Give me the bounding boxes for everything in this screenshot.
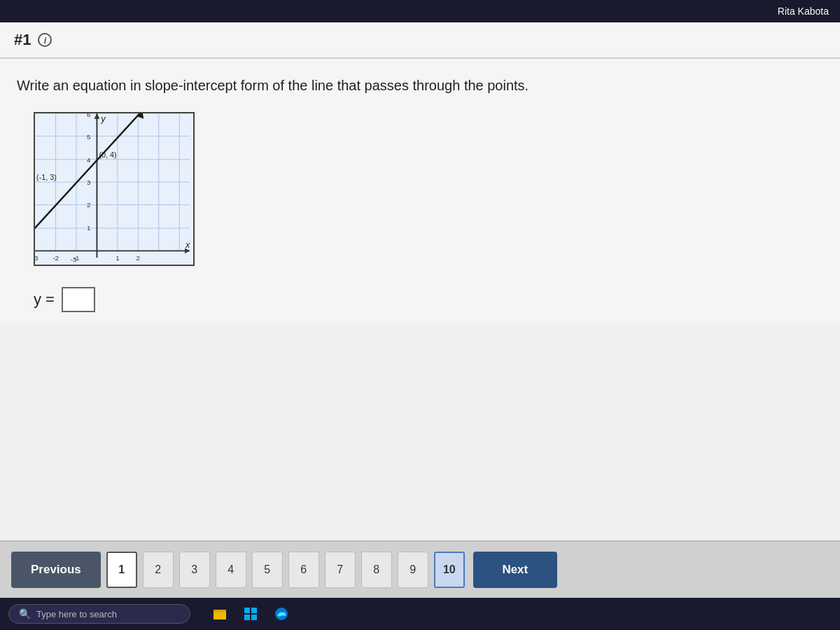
svg-rect-39 [214, 610, 219, 612]
page-button-5[interactable]: 5 [252, 552, 283, 588]
svg-text:x: x [185, 239, 190, 250]
search-icon: 🔍 [19, 608, 31, 620]
page-button-4[interactable]: 4 [216, 552, 246, 588]
svg-rect-42 [244, 615, 250, 620]
svg-marker-17 [94, 113, 100, 119]
info-icon[interactable]: i [38, 33, 52, 47]
next-button[interactable]: Next [473, 552, 557, 588]
svg-text:6: 6 [87, 113, 91, 118]
navigation-bar: Previous 1 2 3 4 5 6 7 8 9 10 Next [0, 540, 840, 598]
svg-rect-41 [251, 608, 257, 613]
edge-icon[interactable] [270, 603, 293, 625]
svg-rect-40 [244, 608, 250, 613]
svg-text:y: y [100, 113, 106, 124]
page-button-2[interactable]: 2 [143, 552, 174, 588]
content-area: y x -3 -3 -2 -1 1 [17, 112, 823, 312]
page-button-3[interactable]: 3 [179, 552, 210, 588]
svg-rect-38 [214, 612, 226, 620]
question-area: Write an equation in slope-intercept for… [0, 59, 840, 323]
svg-text:(-1, 3): (-1, 3) [36, 173, 57, 181]
problem-number: #1 [14, 31, 31, 49]
search-placeholder-text: Type here to search [36, 609, 117, 620]
svg-rect-43 [251, 615, 257, 620]
svg-text:(0, 4): (0, 4) [99, 150, 116, 159]
main-area: #1 i Write an equation in slope-intercep… [0, 22, 840, 598]
svg-text:-3: -3 [35, 254, 38, 262]
taskbar-search[interactable]: 🔍 Type here to search [8, 604, 190, 624]
windows-icon[interactable] [239, 603, 262, 625]
page-button-1[interactable]: 1 [106, 552, 137, 588]
svg-text:-2: -2 [52, 254, 59, 262]
answer-row: y = [34, 287, 806, 312]
svg-text:3: 3 [87, 178, 91, 186]
svg-text:2: 2 [136, 254, 140, 262]
file-manager-icon[interactable] [209, 603, 231, 625]
svg-text:1: 1 [87, 224, 90, 232]
answer-input[interactable] [62, 287, 95, 312]
taskbar-icons [209, 603, 293, 625]
svg-text:1: 1 [115, 254, 119, 262]
page-button-7[interactable]: 7 [325, 552, 356, 588]
taskbar: 🔍 Type here to search [0, 598, 840, 630]
svg-text:4: 4 [87, 156, 91, 164]
page-button-9[interactable]: 9 [398, 552, 428, 588]
page-button-10[interactable]: 10 [434, 552, 465, 588]
previous-button[interactable]: Previous [11, 552, 101, 588]
svg-text:2: 2 [87, 202, 90, 209]
page-button-6[interactable]: 6 [288, 552, 319, 588]
question-text: Write an equation in slope-intercept for… [17, 76, 823, 95]
graph-container: y x -3 -3 -2 -1 1 [34, 112, 195, 266]
answer-prefix: y = [34, 290, 55, 309]
svg-text:5: 5 [87, 133, 91, 141]
problem-header: #1 i [0, 22, 840, 59]
top-bar: Rita Kabota [0, 0, 840, 22]
svg-text:-1: -1 [74, 254, 80, 262]
graph-svg: y x -3 -3 -2 -1 1 [35, 113, 193, 265]
page-button-8[interactable]: 8 [361, 552, 392, 588]
username-label: Rita Kabota [778, 6, 829, 17]
